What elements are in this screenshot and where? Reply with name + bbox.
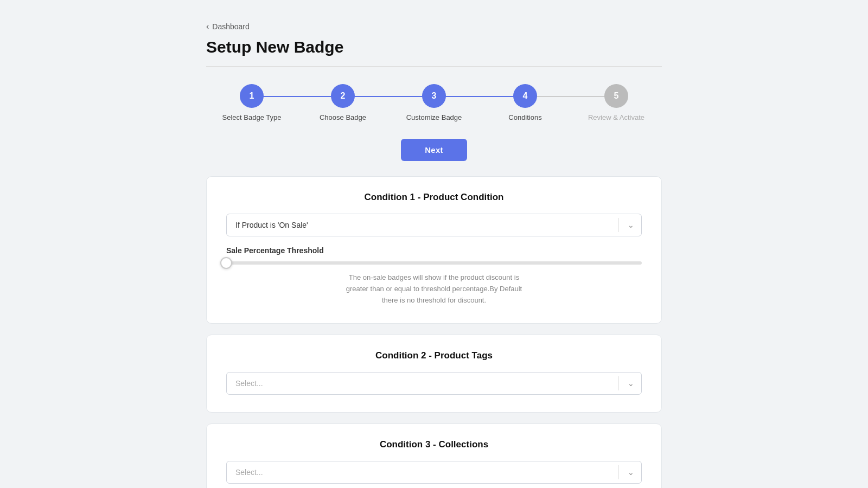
step-number-4: 4 <box>523 91 528 101</box>
step-1: 1 Select Badge Type <box>206 84 297 121</box>
step-label-1: Select Badge Type <box>222 113 282 121</box>
header-divider <box>206 66 662 67</box>
condition-3-select[interactable]: Select... <box>226 461 642 484</box>
condition-1-title: Condition 1 - Product Condition <box>226 192 642 203</box>
step-number-3: 3 <box>432 91 437 101</box>
condition-3-title: Condition 3 - Collections <box>226 439 642 450</box>
condition-1-select-wrapper: If Product is 'On Sale' ⌄ <box>226 214 642 236</box>
condition-3-select-wrapper: Select... ⌄ <box>226 461 642 484</box>
page-wrapper: ‹ Dashboard Setup New Badge 1 Select Bad… <box>174 0 694 488</box>
condition-3-card: Condition 3 - Collections Select... ⌄ <box>206 423 662 488</box>
breadcrumb-arrow-icon: ‹ <box>206 22 209 31</box>
condition-2-card: Condition 2 - Product Tags Select... ⌄ <box>206 335 662 413</box>
next-button[interactable]: Next <box>401 139 467 161</box>
condition-2-select-divider <box>618 376 619 390</box>
condition-1-select[interactable]: If Product is 'On Sale' <box>226 214 642 236</box>
step-circle-3: 3 <box>422 84 446 108</box>
step-5: 5 Review & Activate <box>571 84 662 121</box>
slider-label: Sale Percentage Threshold <box>226 246 642 255</box>
condition-2-select-wrapper: Select... ⌄ <box>226 372 642 395</box>
step-number-1: 1 <box>250 91 254 101</box>
slider-track[interactable] <box>226 261 642 265</box>
next-button-wrapper: Next <box>206 139 662 161</box>
step-label-5: Review & Activate <box>588 113 644 121</box>
condition-1-select-divider <box>618 218 619 232</box>
step-4: 4 Conditions <box>480 84 571 121</box>
step-circle-5: 5 <box>604 84 628 108</box>
step-label-3: Customize Badge <box>406 113 462 121</box>
condition-1-card: Condition 1 - Product Condition If Produ… <box>206 176 662 324</box>
step-circle-1: 1 <box>240 84 264 108</box>
slider-thumb[interactable] <box>220 257 232 269</box>
step-2: 2 Choose Badge <box>297 84 388 121</box>
step-3: 3 Customize Badge <box>388 84 480 121</box>
stepper: 1 Select Badge Type 2 Choose Badge 3 Cus… <box>206 84 662 121</box>
page-title: Setup New Badge <box>206 38 662 56</box>
condition-3-select-divider <box>618 465 619 479</box>
breadcrumb-label: Dashboard <box>212 22 250 31</box>
step-number-2: 2 <box>341 91 346 101</box>
slider-hint: The on-sale badges will show if the prod… <box>226 272 642 306</box>
breadcrumb[interactable]: ‹ Dashboard <box>206 22 662 31</box>
step-label-4: Conditions <box>508 113 541 121</box>
step-circle-2: 2 <box>331 84 355 108</box>
step-circle-4: 4 <box>513 84 537 108</box>
step-number-5: 5 <box>614 91 619 101</box>
condition-2-title: Condition 2 - Product Tags <box>226 350 642 361</box>
condition-2-select[interactable]: Select... <box>226 372 642 395</box>
step-label-2: Choose Badge <box>320 113 366 121</box>
